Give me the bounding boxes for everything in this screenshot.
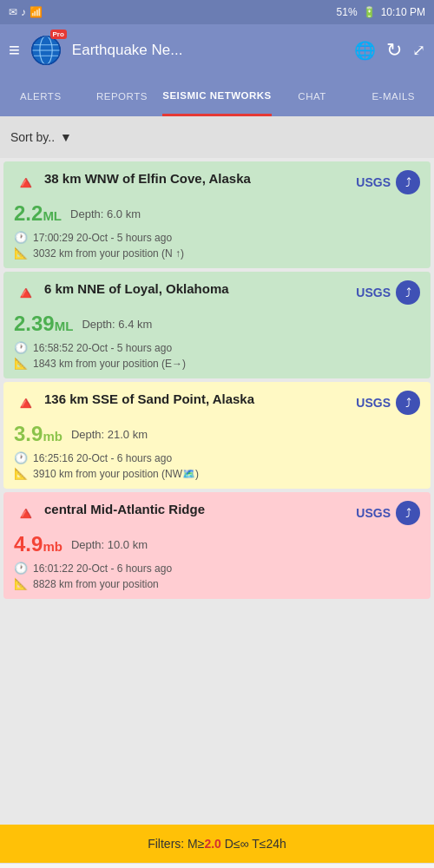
magnitude-4: 4.9mb [14,532,62,556]
tab-emails[interactable]: E-MAILS [352,76,434,116]
sort-by-button[interactable]: Sort by.. ▼ [10,130,72,144]
location-3: 136 km SSE of Sand Point, Alaska [44,391,356,408]
earthquake-icon-3: 🔺 [14,392,37,415]
clock-icon-2: 🕐 [14,341,28,354]
tab-bar: ALERTS REPORTS SEISMIC NETWORKS CHAT E-M… [0,76,434,116]
distance-2: 1843 km from your position (E→) [33,358,186,370]
time-2: 16:58:52 20-Oct - 5 hours ago [33,342,172,354]
tab-seismic-networks[interactable]: SEISMIC NETWORKS [162,76,272,116]
clock-icon-1: 🕐 [14,231,28,244]
tab-reports[interactable]: REPORTS [82,76,163,116]
distance-icon-1: 📐 [14,247,28,260]
app-title: Earthquake Ne... [72,42,345,59]
time-row-4: 🕐 16:01:22 20-Oct - 6 hours ago [14,562,420,575]
music-icon: ♪ [21,6,26,18]
globe-header-icon[interactable]: 🌐 [354,40,376,61]
sort-bar: Sort by.. ▼ [0,116,434,158]
depth-1: Depth: 6.0 km [70,207,141,220]
distance-row-3: 📐 3910 km from your position (NW🗺️) [14,467,420,480]
globe-icon [30,35,62,66]
magnitude-1: 2.2ML [14,201,62,226]
earthquake-icon-4: 🔺 [14,503,37,525]
time-1: 17:00:29 20-Oct - 5 hours ago [33,232,172,244]
time-row-1: 🕐 17:00:29 20-Oct - 5 hours ago [14,231,420,244]
distance-row-2: 📐 1843 km from your position (E→) [14,357,420,370]
earthquake-list: 🔺 38 km WNW of Elfin Cove, Alaska USGS ⤴… [0,158,434,825]
depth-4: Depth: 10.0 km [71,538,148,551]
time-display: 10:10 PM [381,6,425,18]
time-4: 16:01:22 20-Oct - 6 hours ago [33,562,172,575]
share-button-2[interactable]: ⤴ [396,280,420,305]
status-right: 51% 🔋 10:10 PM [337,6,425,18]
tab-chat[interactable]: CHAT [272,76,353,116]
filter-text: Filters: M≥2.0 D≤∞ T≤24h [148,837,286,851]
expand-button[interactable]: ⤢ [412,41,425,60]
sort-dropdown-icon: ▼ [60,130,72,144]
distance-1: 3032 km from your position (N ↑) [33,247,184,260]
tab-alerts[interactable]: ALERTS [0,76,82,116]
share-button-4[interactable]: ⤴ [396,501,420,525]
source-3: USGS [356,396,391,410]
distance-icon-3: 📐 [14,467,28,480]
earthquake-card-1[interactable]: 🔺 38 km WNW of Elfin Cove, Alaska USGS ⤴… [3,161,431,268]
logo-wrap: Pro [29,33,63,68]
distance-3: 3910 km from your position (NW🗺️) [33,468,199,480]
filter-magnitude: 2.0 [204,837,220,851]
time-row-2: 🕐 16:58:52 20-Oct - 5 hours ago [14,341,420,354]
share-button-1[interactable]: ⤴ [396,170,420,194]
signal-icon: 📶 [30,6,43,18]
battery-icon: 🔋 [363,6,376,18]
location-4: central Mid-Atlantic Ridge [44,501,356,518]
magnitude-3: 3.9mb [14,422,62,446]
clock-icon-4: 🕐 [14,562,28,575]
depth-2: Depth: 6.4 km [82,318,152,331]
source-1: USGS [356,175,391,189]
earthquake-icon-2: 🔺 [14,282,37,305]
distance-4: 8828 km from your position [33,578,159,590]
earthquake-card-2[interactable]: 🔺 6 km NNE of Loyal, Oklahoma USGS ⤴ 2.3… [3,272,431,378]
distance-row-4: 📐 8828 km from your position [14,577,420,590]
magnitude-2: 2.39ML [14,312,73,336]
app-header: ≡ Pro Earthquake Ne... 🌐 ↻ ⤢ [0,24,434,76]
clock-icon-3: 🕐 [14,451,28,464]
menu-button[interactable]: ≡ [9,39,20,62]
time-row-3: 🕐 16:25:16 20-Oct - 6 hours ago [14,451,420,464]
battery-percent: 51% [337,6,358,18]
time-3: 16:25:16 20-Oct - 6 hours ago [33,452,172,464]
status-bar: ✉ ♪ 📶 51% 🔋 10:10 PM [0,0,434,24]
header-actions: 🌐 ↻ ⤢ [354,39,425,62]
earthquake-card-3[interactable]: 🔺 136 km SSE of Sand Point, Alaska USGS … [3,382,431,489]
earthquake-icon-1: 🔺 [14,172,37,194]
message-icon: ✉ [9,6,17,18]
distance-icon-2: 📐 [14,357,28,370]
location-1: 38 km WNW of Elfin Cove, Alaska [44,170,356,187]
depth-3: Depth: 21.0 km [71,428,148,441]
source-4: USGS [356,506,391,520]
filter-bar: Filters: M≥2.0 D≤∞ T≤24h [0,825,434,863]
source-2: USGS [356,286,391,299]
pro-badge: Pro [50,30,67,39]
status-icons: ✉ ♪ 📶 [9,6,43,18]
distance-row-1: 📐 3032 km from your position (N ↑) [14,247,420,260]
location-2: 6 km NNE of Loyal, Oklahoma [44,280,356,298]
share-button-3[interactable]: ⤴ [396,391,420,415]
distance-icon-4: 📐 [14,577,28,590]
sort-by-label: Sort by.. [10,130,55,144]
refresh-button[interactable]: ↻ [386,39,402,62]
bottom-nav: ● ⎋ □ ← [0,863,434,868]
earthquake-card-4[interactable]: 🔺 central Mid-Atlantic Ridge USGS ⤴ 4.9m… [3,492,431,599]
